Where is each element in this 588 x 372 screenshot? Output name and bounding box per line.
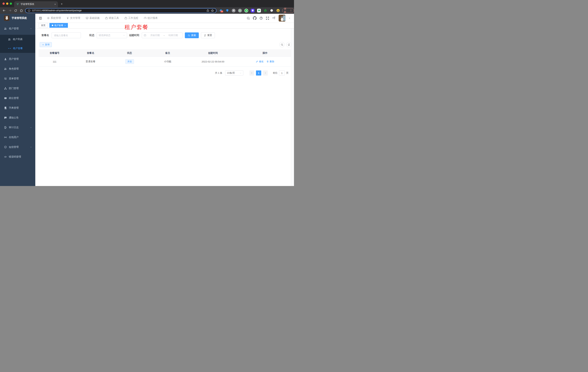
sidebar-item-menu-mgmt[interactable]: 菜单管理	[0, 74, 35, 83]
browser-tab[interactable]: 芋道管理系统 ×	[14, 1, 58, 7]
top-nav-label: 支付管理	[70, 16, 80, 20]
tag-close-icon[interactable]: ×	[64, 24, 65, 26]
sidebar-fold-icon[interactable]	[39, 16, 42, 20]
top-nav-system[interactable]: 系统管理	[47, 16, 61, 20]
goto-page-input[interactable]	[279, 70, 285, 75]
extension-badge: 10	[220, 11, 223, 12]
sidebar-item-online-users[interactable]: 在线用户	[0, 133, 35, 141]
search-button[interactable]: 搜索	[185, 32, 199, 38]
refresh-table-button[interactable]	[286, 42, 292, 47]
start-date-placeholder[interactable]: 开始日期	[148, 34, 162, 37]
calendar-icon	[144, 34, 146, 37]
reload-icon[interactable]	[14, 9, 17, 12]
url-text[interactable]: 127.0.0.1:48080/admin-ui/system/tenant/p…	[32, 9, 205, 12]
sidebar-menu: 用户管理 角色管理 菜单管理 部门管理 岗位管理 字典管理	[0, 53, 35, 161]
window-zoom-button[interactable]	[10, 2, 12, 5]
extension-y-icon[interactable]: y	[244, 9, 248, 12]
sidebar-item-error-code[interactable]: 错误码管理	[0, 153, 35, 161]
status-label: 状态	[89, 34, 94, 37]
date-range-picker[interactable]: 开始日期 - 结束日期	[142, 32, 182, 38]
cell-remark: 小功能	[149, 60, 187, 63]
fullscreen-icon[interactable]	[266, 16, 269, 20]
sidebar-item-tenant-group[interactable]: 租户管理	[0, 25, 35, 32]
sms-shield-icon	[4, 146, 7, 149]
home-icon[interactable]	[20, 9, 23, 12]
sidebar-item-audit-log[interactable]: 审计日志	[0, 124, 35, 131]
scrollbar-gutter[interactable]	[291, 22, 294, 186]
extension-diamond-icon[interactable]: 10	[219, 9, 223, 12]
cell-created-time: 2022-02-22 00:54:00	[187, 60, 239, 63]
top-nav-workflow[interactable]: 工作流程	[124, 16, 138, 20]
package-name-input[interactable]	[52, 32, 81, 38]
font-size-icon[interactable]	[272, 16, 276, 20]
sidebar-item-sms-mgmt[interactable]: 短信管理	[0, 143, 35, 151]
bookmark-star-icon[interactable]	[211, 9, 214, 12]
extension-puzzle-icon[interactable]	[270, 9, 274, 12]
avatar[interactable]	[279, 15, 285, 21]
browser-menu-kebab-icon[interactable]	[290, 9, 292, 12]
site-info-icon[interactable]	[28, 9, 31, 12]
extension-chat-icon[interactable]	[257, 9, 261, 12]
share-icon[interactable]	[206, 9, 209, 12]
pagination-total: 共 1 条	[215, 71, 222, 74]
page-size-select[interactable]: 10条/页	[225, 70, 243, 75]
prev-page-button[interactable]	[250, 70, 254, 75]
sidebar-item-dept-mgmt[interactable]: 部门管理	[0, 85, 35, 92]
extension-shield-icon[interactable]	[251, 9, 255, 12]
new-tab-button[interactable]: +	[61, 2, 63, 6]
user-icon	[4, 58, 7, 61]
window-minimize-button[interactable]	[6, 2, 8, 5]
sidebar-item-label: 岗位管理	[9, 96, 19, 100]
dictionary-icon	[4, 106, 7, 109]
next-page-button[interactable]	[263, 70, 268, 75]
sidebar-item-tenant-list[interactable]: 租户列表	[0, 35, 35, 44]
back-icon[interactable]	[2, 9, 6, 12]
sidebar-item-user-mgmt[interactable]: 用户管理	[0, 55, 35, 63]
tag-label: 租户套餐	[54, 24, 63, 27]
search-icon	[188, 34, 190, 37]
end-date-placeholder[interactable]: 结束日期	[166, 34, 180, 37]
edit-link[interactable]: 修改	[256, 60, 263, 63]
tag-home[interactable]: 首页	[39, 23, 48, 28]
forward-icon[interactable]	[8, 9, 11, 12]
browser-update-button[interactable]: 更新	[282, 8, 294, 13]
status-select[interactable]: 请选择状态	[97, 32, 127, 38]
top-nav-report[interactable]: 统计报表	[144, 16, 158, 20]
top-nav-devtools[interactable]: 研发工具	[105, 16, 119, 20]
top-nav: 系统管理 支付管理 基础设施 研发工具 工作流程 统计报表	[47, 16, 158, 20]
extension-emoji-icon[interactable]	[276, 9, 280, 12]
sidebar-item-tenant-package[interactable]: 租户套餐	[0, 44, 35, 53]
toggle-search-button[interactable]	[279, 42, 284, 47]
search-icon[interactable]	[247, 16, 250, 20]
sidebar-item-post-mgmt[interactable]: 岗位管理	[0, 94, 35, 102]
top-nav-payment[interactable]: 支付管理	[66, 16, 80, 20]
sidebar-item-role-mgmt[interactable]: 角色管理	[0, 65, 35, 73]
tag-tenant-package[interactable]: 租户套餐 ×	[49, 23, 68, 28]
user-menu-caret-icon[interactable]	[288, 17, 291, 19]
app-logo[interactable]: 芋道管理系统	[0, 14, 35, 22]
page-number-current[interactable]: 1	[256, 70, 261, 75]
browser-toolbar: 127.0.0.1:48080/admin-ui/system/tenant/p…	[0, 7, 294, 14]
reset-button[interactable]: 重置	[201, 32, 215, 38]
top-nav-infra[interactable]: 基础设施	[86, 16, 100, 20]
tab-close-icon[interactable]: ×	[54, 3, 56, 6]
sidebar-item-dict-mgmt[interactable]: 字典管理	[0, 104, 35, 112]
extension-gem-icon[interactable]	[225, 9, 229, 12]
extension-star-icon[interactable]	[263, 9, 267, 12]
extension-record-icon[interactable]	[238, 9, 242, 12]
extension-command-icon[interactable]: ⌘	[232, 9, 236, 12]
top-nav-label: 基础设施	[89, 16, 100, 20]
window-close-button[interactable]	[2, 2, 5, 5]
users-icon	[8, 38, 11, 41]
goto-unit-label: 页	[286, 71, 289, 74]
delete-link[interactable]: 删除	[266, 60, 274, 63]
table-row[interactable]: 111 普通套餐 开启 小功能 2022-02-22 00:54:00 修改	[39, 57, 291, 67]
sidebar-item-announcement[interactable]: 通知公告	[0, 114, 35, 122]
url-bar[interactable]: 127.0.0.1:48080/admin-ui/system/tenant/p…	[25, 8, 217, 13]
screen: 芋道管理系统 × + 127.0.0.1:48080/admin-ui/syst…	[0, 0, 294, 186]
help-icon[interactable]	[259, 16, 263, 20]
github-icon[interactable]	[253, 16, 257, 20]
chevron-down-icon	[30, 146, 32, 148]
sidebar-item-label: 在线用户	[9, 136, 19, 139]
add-button[interactable]: 新增	[40, 42, 52, 47]
